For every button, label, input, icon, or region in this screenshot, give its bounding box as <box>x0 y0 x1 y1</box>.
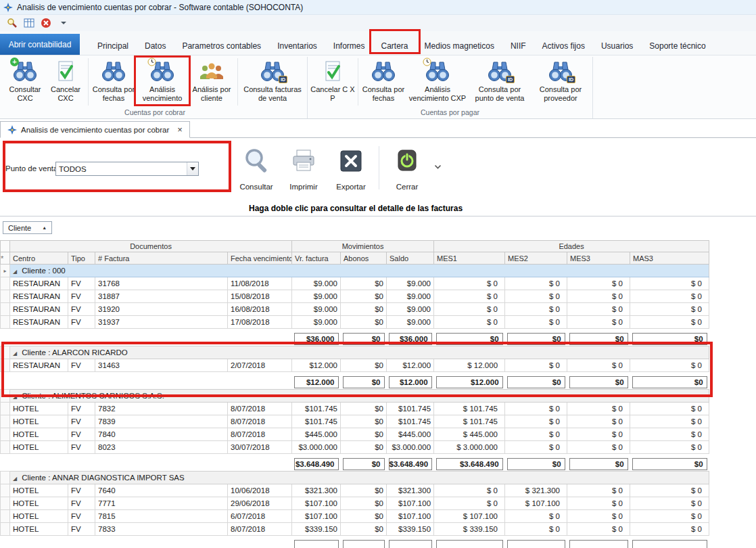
group-label: Cliente : ALARCON RICARDO <box>22 348 128 357</box>
punto-de-venta-select[interactable]: TODOS <box>55 162 199 176</box>
column-header-mes3[interactable]: MES3 <box>567 252 630 265</box>
ribbon-button-cancelar-cxc[interactable]: Cancelar CXC <box>45 57 86 108</box>
invoice-row[interactable]: HOTELFV802330/07/2018$3.000.000$0$3.000.… <box>1 441 709 454</box>
exportar-button[interactable]: Exportar <box>327 145 375 191</box>
invoice-row[interactable]: HOTELFV764010/06/2018$321.300$0$321.300$… <box>1 484 709 497</box>
invoice-row[interactable]: RESTAURANFV3193717/08/2018$9.000$0$9.000… <box>1 316 709 329</box>
invoice-row[interactable]: HOTELFV78156/07/2018$107.100$0$107.100$ … <box>1 510 709 523</box>
ribbon-button-consulta-por-fechas[interactable]: Consulta por fechas <box>91 57 137 108</box>
column-header-mes1[interactable]: MES1 <box>434 252 505 265</box>
quick-access-toolbar <box>0 15 756 31</box>
qat-close-icon[interactable] <box>40 17 52 29</box>
column-header-centro[interactable]: Centro <box>10 252 68 265</box>
tab-medios-magneticos[interactable]: Medios magneticos <box>417 37 502 55</box>
column-header-saldo[interactable]: Saldo <box>387 252 434 265</box>
cell-factura: 7771 <box>95 497 228 510</box>
column-header-tipo[interactable]: Tipo <box>68 252 95 265</box>
invoice-row[interactable]: HOTELFV78328/07/2018$101.745$0$101.745$ … <box>1 403 709 415</box>
tab-inventarios[interactable]: Inventarios <box>269 37 325 55</box>
ribbon-button-consulta-por-punto-de-venta[interactable]: IDConsulta por punto de venta <box>469 57 531 108</box>
tab-niif[interactable]: NIIF <box>502 37 534 55</box>
open-accounting-button[interactable]: Abrir contabilidad <box>0 34 80 55</box>
total-cell-mes1: $0 <box>434 329 505 346</box>
ribbon-button-consulta-por-fechas[interactable]: Consulta por fechas <box>360 57 406 108</box>
column-header-mes2[interactable]: MES2 <box>505 252 567 265</box>
ribbon-button-analisis-vencimiento-cxp[interactable]: Análisis vencimiento CXP <box>406 57 469 108</box>
ribbon-button-analisis-vencimiento[interactable]: Análisis vencimiento <box>137 57 188 108</box>
tab-informes[interactable]: Informes <box>325 37 373 55</box>
consultar-button[interactable]: Consultar <box>233 145 280 191</box>
ribbon-button-label: Cancelar CXC <box>45 85 86 103</box>
cell-abonos: $0 <box>341 316 387 329</box>
tab-usuarios[interactable]: Usuarios <box>593 37 641 55</box>
magnifier-icon <box>243 145 270 179</box>
ribbon-button-consulta-por-proveedor[interactable]: IDConsulta por proveedor <box>531 57 590 108</box>
column-header-factura[interactable]: # Factura <box>95 252 228 265</box>
close-button[interactable]: Cerrar <box>383 145 431 191</box>
cell-mes2: $ 0 <box>505 359 567 372</box>
cell-saldo: $107.100 <box>387 510 434 523</box>
group-expand-icon[interactable]: ◢ <box>13 394 17 400</box>
total-box: $0 <box>632 376 707 388</box>
total-box: $36.000 <box>294 333 339 345</box>
total-cell-mes2: $0 <box>505 454 567 472</box>
group-row[interactable]: ◢Cliente : ALARCON RICARDO <box>1 346 709 359</box>
column-header-fecha-vencimiento[interactable]: Fecha vencimiento <box>228 252 292 265</box>
ribbon-button-consulta-facturas-de-venta[interactable]: IDConsulta facturas de venta <box>240 57 305 108</box>
total-cell-saldo: $3.648.490 <box>387 454 434 472</box>
row-selector <box>1 415 10 428</box>
document-tab[interactable]: Analisis de vencimiento cuentas por cobr… <box>0 121 190 138</box>
qat-table-icon[interactable] <box>23 17 35 29</box>
group-expand-icon[interactable]: ◢ <box>13 350 17 357</box>
ribbon-toolbar: +Consultar CXCCancelar CXCConsulta por f… <box>0 55 756 119</box>
tab-soporte-tecnico[interactable]: Soporte técnico <box>641 37 713 55</box>
tab-close-icon[interactable]: × <box>173 124 183 135</box>
cell-fecha-vencimiento: 8/07/2018 <box>228 523 292 536</box>
cell-mes2: $ 0 <box>505 290 567 303</box>
qat-overflow-icon[interactable] <box>61 22 66 24</box>
group-row[interactable]: ◢Cliente : ALIMENTOS CARNICOS S.A.S. <box>1 390 709 403</box>
ribbon-button-consultar-cxc[interactable]: +Consultar CXC <box>5 57 45 108</box>
group-row[interactable]: ▸◢Cliente : 000 <box>1 265 709 277</box>
group-expand-icon[interactable]: ◢ <box>13 476 17 482</box>
tab-activos-fijos[interactable]: Activos fijos <box>534 37 593 55</box>
invoice-row[interactable]: RESTAURANFV3192016/08/2018$9.000$0$9.000… <box>1 303 709 316</box>
column-header-abonos[interactable]: Abonos <box>341 252 387 265</box>
action-button-label: Exportar <box>336 183 365 191</box>
cell-mas3: $ 0 <box>630 523 709 536</box>
cell-mes2: $ 0 <box>505 441 567 454</box>
invoice-row[interactable]: HOTELFV78398/07/2018$101.745$0$101.745$ … <box>1 415 709 428</box>
imprimir-button[interactable]: Imprimir <box>280 145 327 191</box>
group-row[interactable]: ◢Cliente : ANNAR DIAGNOSTICA IMPORT SAS <box>1 472 709 484</box>
ribbon-button-cancelar-c-x-p[interactable]: Cancelar C X P <box>310 57 356 108</box>
total-box <box>294 540 339 548</box>
cell-centro: HOTEL <box>10 497 68 510</box>
cell-mas3: $ 0 <box>630 359 709 372</box>
group-expand-icon[interactable]: ◢ <box>13 269 17 275</box>
tab-parametros-contables[interactable]: Parametros contables <box>174 37 269 55</box>
row-selector <box>1 316 10 329</box>
row-selector <box>1 390 10 403</box>
qat-search-icon[interactable] <box>6 17 18 29</box>
check-doc-icon <box>53 59 78 84</box>
tab-principal[interactable]: Principal <box>89 37 137 55</box>
tab-cartera[interactable]: Cartera <box>373 37 417 55</box>
invoice-row[interactable]: HOTELFV777129/06/2018$107.100$0$107.100$… <box>1 497 709 510</box>
group-by-chip-cliente[interactable]: Cliente ▲ <box>3 221 52 234</box>
ribbon-button-analisis-por-cliente[interactable]: Análisis por cliente <box>188 57 235 108</box>
cell-fecha-vencimiento: 29/06/2018 <box>228 497 292 510</box>
cell-mes2: $ 0 <box>505 523 567 536</box>
column-header-mas3[interactable]: MAS3 <box>630 252 709 265</box>
invoice-row[interactable]: RESTAURANFV3176811/08/2018$9.000$0$9.000… <box>1 277 709 290</box>
invoice-row[interactable]: HOTELFV78338/07/2018$339.150$0$339.150$ … <box>1 523 709 536</box>
invoice-row[interactable]: HOTELFV78408/07/2018$445.000$0$445.000$ … <box>1 428 709 441</box>
group-header-cell: ◢Cliente : ANNAR DIAGNOSTICA IMPORT SAS <box>10 472 709 484</box>
total-cell-mes1: $12.000 <box>434 372 505 390</box>
column-header-vr-factura[interactable]: Vr. factura <box>292 252 341 265</box>
group-total-row: $36.000$0$36.000$0$0$0$0 <box>1 329 709 346</box>
more-options-chevron-icon[interactable] <box>434 162 442 172</box>
invoice-row[interactable]: RESTAURANFV3188715/08/2018$9.000$0$9.000… <box>1 290 709 303</box>
select-dropdown-button[interactable] <box>187 162 198 175</box>
tab-datos[interactable]: Datos <box>137 37 174 55</box>
invoice-row[interactable]: RESTAURANFV314632/07/2018$12.000$0$12.00… <box>1 359 709 372</box>
